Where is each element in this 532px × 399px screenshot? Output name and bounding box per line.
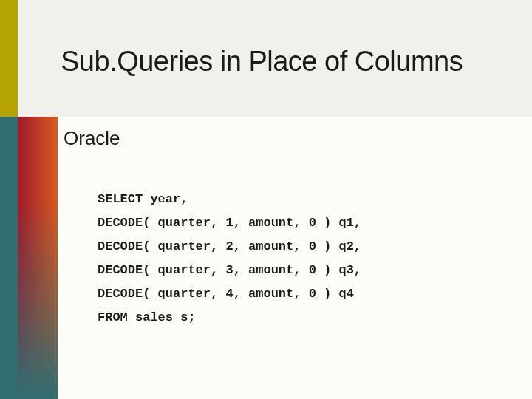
- code-line: DECODE( quarter, 1, amount, 0 ) q1,: [98, 216, 361, 230]
- slide-container: Sub.Queries in Place of Columns Oracle S…: [0, 0, 532, 399]
- code-line: SELECT year,: [98, 192, 188, 206]
- code-line: FROM sales s;: [98, 310, 196, 324]
- code-line: DECODE( quarter, 2, amount, 0 ) q2,: [98, 239, 361, 253]
- code-line: DECODE( quarter, 4, amount, 0 ) q4: [98, 287, 354, 301]
- code-line: DECODE( quarter, 3, amount, 0 ) q3,: [98, 263, 361, 277]
- left-accent-bar: [0, 0, 18, 117]
- code-block: SELECT year, DECODE( quarter, 1, amount,…: [98, 164, 361, 353]
- slide-subtitle: Oracle: [64, 127, 120, 150]
- slide-title: Sub.Queries in Place of Columns: [61, 46, 463, 78]
- gradient-strip: [18, 117, 58, 399]
